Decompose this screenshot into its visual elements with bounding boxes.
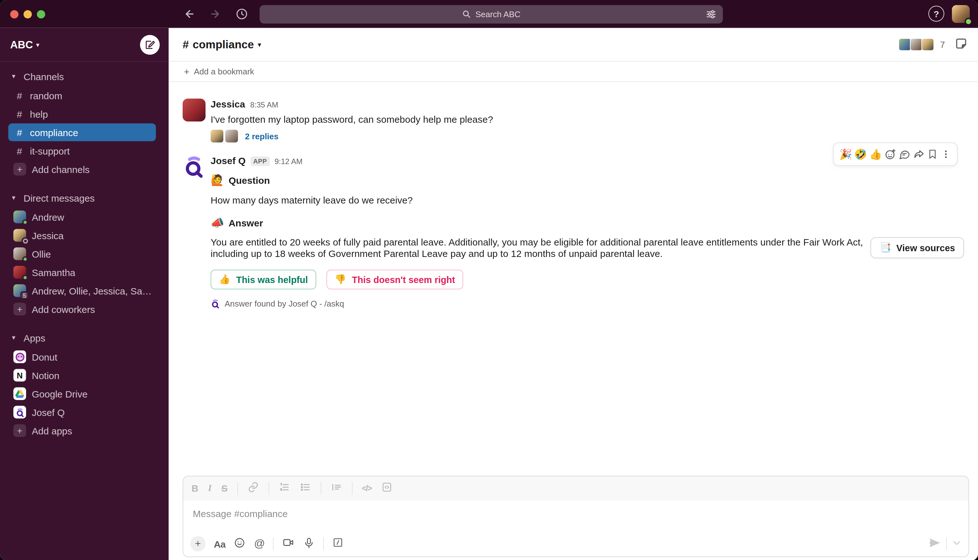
sidebar-app-google-drive[interactable]: Google Drive	[8, 385, 156, 403]
sidebar-dm-group[interactable]: 5 Andrew, Ollie, Jessica, Sam...	[8, 282, 156, 300]
divider	[268, 482, 269, 495]
divider	[946, 537, 947, 550]
sidebar-dm-samantha[interactable]: Samantha	[8, 263, 156, 281]
party-popper-emoji-button[interactable]: 🎉	[839, 148, 852, 160]
dm-label: Ollie	[32, 248, 51, 259]
message-input[interactable]	[193, 508, 939, 519]
reply-thread-button[interactable]	[898, 148, 911, 160]
plus-icon: +	[13, 424, 26, 437]
add-apps-button[interactable]: + Add apps	[8, 422, 156, 440]
sidebar-app-notion[interactable]: N Notion	[8, 366, 156, 384]
link-button[interactable]	[247, 481, 259, 495]
channels-section-header[interactable]: ▼ Channels	[0, 67, 169, 86]
ordered-list-button[interactable]	[279, 481, 290, 495]
presence-online-dot	[22, 275, 28, 280]
italic-button[interactable]: I	[208, 483, 212, 493]
thread-replies-link[interactable]: 2 replies	[245, 131, 279, 141]
bold-button[interactable]: B	[192, 483, 199, 493]
sidebar-app-josef-q[interactable]: Josef Q	[8, 403, 156, 421]
mention-button[interactable]: @	[254, 537, 265, 550]
minimize-window-button[interactable]	[23, 10, 32, 18]
shortcuts-button[interactable]	[332, 537, 344, 551]
compose-icon	[144, 39, 155, 50]
apps-section-header[interactable]: ▼ Apps	[0, 328, 169, 347]
text-format-toggle-button[interactable]: Aa	[214, 538, 225, 549]
forward-arrow-icon	[209, 8, 221, 20]
user-avatar[interactable]	[952, 5, 970, 23]
question-heading-label: Question	[229, 175, 270, 186]
attach-button[interactable]: +	[190, 536, 205, 552]
add-bookmark-button[interactable]: + Add a bookmark	[169, 62, 978, 82]
workspace-name: ABC	[10, 38, 33, 50]
channel-title-button[interactable]: # compliance ▾	[183, 38, 261, 51]
search-filters-button[interactable]	[705, 8, 717, 22]
search-bar[interactable]: Search ABC	[260, 5, 723, 23]
avatar	[922, 38, 935, 51]
rofl-emoji-button[interactable]: 🤣	[854, 148, 867, 160]
avatar[interactable]	[183, 98, 205, 122]
thumbs-up-emoji-button[interactable]: 👍	[869, 148, 882, 160]
emoji-picker-button[interactable]	[234, 537, 245, 551]
workspace-switcher[interactable]: ABC ▾	[10, 38, 40, 50]
app-label: Josef Q	[32, 407, 65, 418]
zoom-window-button[interactable]	[37, 10, 45, 18]
raising-hand-emoji: 🙋	[210, 173, 224, 187]
add-reaction-button[interactable]	[884, 148, 896, 160]
thread-summary[interactable]: 2 replies	[210, 130, 968, 142]
more-actions-button[interactable]	[940, 149, 951, 160]
send-button[interactable]	[928, 536, 941, 552]
dm-label: Jessica	[32, 230, 63, 241]
bullet-list-icon	[299, 481, 311, 493]
sidebar-item-help[interactable]: # help	[8, 105, 156, 123]
blockquote-button[interactable]	[330, 481, 342, 495]
sidebar-item-random[interactable]: # random	[8, 87, 156, 104]
record-video-button[interactable]	[282, 536, 295, 552]
sidebar-dm-ollie[interactable]: Ollie	[8, 245, 156, 263]
send-options-button[interactable]	[952, 538, 961, 550]
channel-label: compliance	[30, 127, 78, 138]
add-coworkers-button[interactable]: + Add coworkers	[8, 300, 156, 318]
sidebar-app-donut[interactable]: Donut	[8, 348, 156, 366]
dms-section-header[interactable]: ▼ Direct messages	[0, 188, 169, 207]
view-sources-button[interactable]: 📑 View sources	[871, 237, 964, 258]
question-heading: 🙋 Question	[210, 173, 968, 187]
section-caret-icon: ▼	[11, 195, 18, 201]
history-button[interactable]	[233, 5, 251, 23]
sidebar-item-it-support[interactable]: # it-support	[8, 142, 156, 160]
dm-label: Andrew	[32, 212, 64, 222]
app-label: Donut	[32, 352, 57, 362]
add-channels-button[interactable]: + Add channels	[8, 160, 156, 178]
avatar	[910, 38, 923, 51]
canvas-button[interactable]	[955, 37, 968, 52]
inline-code-button[interactable]: </>	[362, 484, 371, 493]
section-caret-icon: ▼	[11, 73, 18, 80]
save-message-button[interactable]	[928, 149, 938, 160]
close-window-button[interactable]	[10, 10, 18, 18]
sidebar-dm-jessica[interactable]: Jessica	[8, 227, 156, 244]
hash-icon: #	[15, 145, 24, 156]
record-audio-button[interactable]	[303, 537, 315, 551]
blockquote-icon	[330, 481, 342, 493]
thread-icon	[898, 148, 911, 160]
message-text: I've forgotten my laptop password, can s…	[210, 113, 968, 125]
message-author[interactable]: Josef Q	[210, 155, 245, 166]
message-timestamp[interactable]: 8:35 AM	[250, 100, 278, 109]
message-timestamp[interactable]: 9:12 AM	[275, 157, 302, 166]
presence-online-dot	[22, 256, 28, 262]
history-forward-button[interactable]	[206, 5, 224, 23]
history-back-button[interactable]	[181, 5, 199, 23]
search-icon	[462, 10, 471, 18]
bullet-list-button[interactable]	[299, 481, 311, 495]
josef-q-avatar[interactable]	[183, 155, 205, 178]
member-avatars-button[interactable]	[900, 38, 935, 51]
sidebar-item-compliance[interactable]: # compliance	[8, 123, 156, 141]
code-block-button[interactable]	[381, 481, 392, 495]
forward-message-button[interactable]	[913, 148, 925, 160]
new-message-button[interactable]	[140, 35, 160, 54]
helpful-button[interactable]: 👍 This was helpful	[210, 270, 316, 289]
sidebar-dm-andrew[interactable]: Andrew	[8, 208, 156, 226]
not-right-button[interactable]: 👎 This doesn't seem right	[326, 270, 464, 289]
strikethrough-button[interactable]: S	[221, 483, 227, 493]
help-button[interactable]: ?	[928, 6, 944, 22]
message-author[interactable]: Jessica	[210, 98, 245, 109]
